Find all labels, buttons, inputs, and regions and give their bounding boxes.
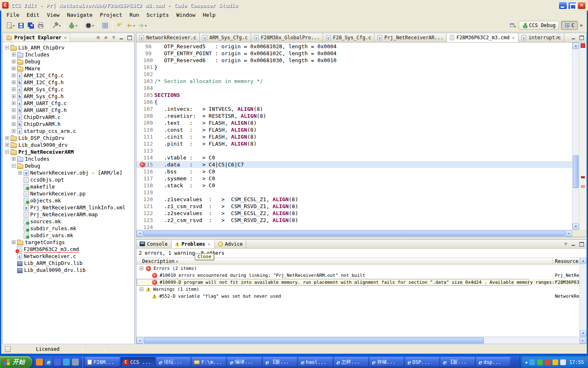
tray-collapse-icon[interactable]: ◀ (525, 360, 527, 364)
editor-tab-Prj_NetReceiverAR...[interactable]: cPrj_NetReceiverAR... (374, 33, 447, 42)
code-line-124[interactable]: 124 (136, 224, 572, 230)
problems-row[interactable]: #552-D variable "flag" was set but never… (136, 293, 579, 300)
minimize-editor-icon[interactable] (570, 34, 577, 40)
expander-icon[interactable]: + (12, 53, 16, 56)
editor-vertical-scrollbar[interactable]: ▲ ▼ (572, 43, 579, 230)
last-edit-button[interactable] (115, 20, 125, 30)
tree-item-Includes[interactable]: +Includes (3, 155, 134, 162)
editor-tab-F28_Sys_Cfg.c[interactable]: cF28_Sys_Cfg.c (323, 33, 374, 42)
expander-icon[interactable]: − (5, 46, 9, 49)
dropdown-arrow-icon[interactable]: ▼ (76, 24, 77, 27)
code-line-114[interactable]: 114 .vtable : > C0 (136, 154, 572, 161)
code-line-101[interactable]: 101} (136, 64, 572, 71)
menu-view[interactable]: View (43, 11, 63, 19)
editor-tab-ARM_Sys_Cfg.c[interactable]: cARM_Sys_Cfg.c (200, 33, 251, 42)
tree-item-ARM_UART_Cfg.h[interactable]: +hARM_UART_Cfg.h (3, 107, 134, 114)
start-button[interactable]: 开始 (0, 356, 32, 368)
tray-icon-1[interactable] (529, 359, 535, 365)
task-button-DSP...[interactable]: eDSP... (405, 357, 439, 367)
tree-item-ARM_I2C_Cfg.c[interactable]: +cARM_I2C_Cfg.c (3, 72, 134, 79)
problems-vertical-scrollbar[interactable]: ▲ ▼ (579, 258, 586, 337)
task-button-haol...[interactable]: ehaol... (298, 357, 333, 367)
expander-icon[interactable]: − (5, 150, 9, 154)
tree-item-makefile[interactable]: makefile (3, 183, 134, 190)
tree-item-Prj_NetReceiverARM[interactable]: −Prj_NetReceiverARM (3, 148, 134, 155)
code-line-102[interactable]: 102 (136, 71, 572, 78)
code-line-123[interactable]: 123 .z2_csm_rsvd : > CSM_RSVD_Z2, ALIGN(… (136, 217, 572, 224)
code-line-116[interactable]: 116 .bss : > C0 (136, 168, 572, 175)
tree-item-ARM_Sys_Cfg.h[interactable]: +hARM_Sys_Cfg.h (3, 93, 134, 100)
code-line-108[interactable]: 108 .resetisr: > RESETISR, ALIGN(8) (136, 112, 572, 119)
problems-row[interactable]: ✕#10099-D program will not fit into avai… (136, 279, 579, 286)
problems-group-row[interactable]: −✕Errors (2 items) (136, 265, 579, 272)
debug-button[interactable]: ▼ (67, 20, 78, 30)
task-button-【新...[interactable]: e【新... (263, 357, 297, 367)
tree-item-MWare[interactable]: +MWare (3, 65, 134, 72)
dropdown-arrow-icon[interactable]: ▼ (134, 24, 135, 27)
expander-icon[interactable]: + (18, 171, 22, 175)
code-line-106[interactable]: 106{ (136, 99, 572, 105)
tree-item-ARM_Sys_Cfg.c[interactable]: +cARM_Sys_Cfg.c (3, 86, 134, 93)
scroll-left-icon[interactable]: ◄ (136, 337, 143, 344)
new-file-button[interactable]: ▼ (4, 20, 16, 30)
tree-item-Debug[interactable]: −Debug (3, 162, 134, 169)
expander-icon[interactable]: + (12, 240, 16, 244)
maximize-editor-icon[interactable] (578, 34, 584, 40)
tree-item-ARM_I2C_Cfg.h[interactable]: +hARM_I2C_Cfg.h (3, 79, 134, 86)
scroll-right-icon[interactable]: ► (579, 337, 586, 344)
project-explorer-tab[interactable]: Project Explorer ✕ (4, 33, 70, 42)
problems-row[interactable]: ✕#10010 errors encountered during linkin… (136, 272, 579, 279)
tree-item-NetworkReceiver.c[interactable]: cNetworkReceiver.c (3, 253, 134, 260)
code-line-121[interactable]: 121 .z1_csm_rsvd : > CSM_RSVD_Z1, ALIGN(… (136, 203, 572, 210)
collapse-icon[interactable]: − (140, 267, 143, 270)
quick-launch-icon-1[interactable] (36, 359, 43, 366)
task-button-CCS ...[interactable]: CCCS ... (121, 357, 155, 367)
dropdown-arrow-icon[interactable]: ▼ (59, 24, 61, 27)
overview-error-marker[interactable] (581, 176, 585, 178)
scrollbar-thumb[interactable] (144, 337, 484, 343)
menu-edit[interactable]: Edit (23, 11, 43, 19)
code-line-110[interactable]: 110 .const : > FLASH, ALIGN(8) (136, 126, 572, 133)
task-button-dsp...[interactable]: edsp... (476, 357, 510, 367)
task-button-论坛...[interactable]: e论坛... (156, 357, 191, 367)
perspective-ccs-edit-button[interactable]: C (561, 21, 578, 30)
menu-scripts[interactable]: Scripts (143, 11, 173, 19)
open-perspective-icon[interactable] (510, 22, 517, 29)
close-icon[interactable]: ✕ (512, 35, 515, 40)
code-line-103[interactable]: 103/* Section allocation in memory */ (136, 78, 572, 85)
flash-button[interactable]: ▼ (84, 20, 95, 30)
perspective-overflow-chevron[interactable]: » (580, 22, 583, 28)
close-icon[interactable]: ✕ (207, 242, 211, 247)
quick-launch-icon-4[interactable] (72, 359, 79, 366)
code-editor[interactable]: 98 OTP_Reserved5 : origin = 0x00681028, … (136, 43, 586, 237)
tree-item-Debug[interactable]: +Debug (3, 58, 134, 65)
title-bar[interactable]: C CCS Edit - Prj_NetReceiverARM/F28M36P6… (0, 0, 588, 11)
maximize-button[interactable] (568, 2, 577, 9)
expander-icon[interactable]: + (12, 60, 16, 63)
code-line-115[interactable]: ✕115 .data : > C4|C5|C6|C7 (136, 161, 572, 168)
perspective-ccs-debug-button[interactable]: CCS Debug (519, 21, 559, 30)
code-line-100[interactable]: 100 OTP_Reserved6 : origin = 0x00681030,… (136, 57, 572, 64)
expander-icon[interactable]: + (12, 108, 16, 112)
dropdown-arrow-icon[interactable]: ▼ (145, 24, 147, 27)
scrollbar-thumb[interactable] (573, 155, 579, 188)
tree-item-objects.mk[interactable]: objects.mk (3, 197, 134, 204)
tree-item-NetworkReceiver.pp[interactable]: NetworkReceiver.pp (3, 190, 134, 197)
dropdown-arrow-icon[interactable]: ▼ (92, 24, 94, 27)
code-line-119[interactable]: 119 (136, 189, 572, 196)
tree-item-Lib_dual9090_drv[interactable]: +Lib_dual9090_drv (3, 141, 134, 148)
view-menu-icon[interactable]: ▽ (111, 34, 117, 40)
menu-navigate[interactable]: Navigate (63, 11, 96, 19)
scroll-down-icon[interactable]: ▼ (580, 330, 586, 337)
maximize-view-icon[interactable] (126, 34, 132, 40)
scroll-down-icon[interactable]: ▼ (572, 223, 579, 230)
minimize-view-icon[interactable] (118, 34, 125, 40)
editor-tab-F28M36P63C2_m3.cmd[interactable]: F28M36P63C2_m3.cmd✕ (447, 33, 519, 42)
tree-item-Lib_DSP_ChipDrv[interactable]: +Lib_DSP_ChipDrv (3, 135, 134, 141)
editor-tab-overflow-chevron[interactable]: » (556, 34, 559, 40)
menu-run[interactable]: Run (126, 11, 143, 19)
scroll-left-icon[interactable]: ◄ (136, 230, 143, 237)
code-line-105[interactable]: 105SECTIONS (136, 92, 572, 99)
editor-tab-F28M36x_GlobalPro...[interactable]: cF28M36x_GlobalPro... (251, 33, 323, 42)
save-button[interactable] (16, 20, 26, 30)
